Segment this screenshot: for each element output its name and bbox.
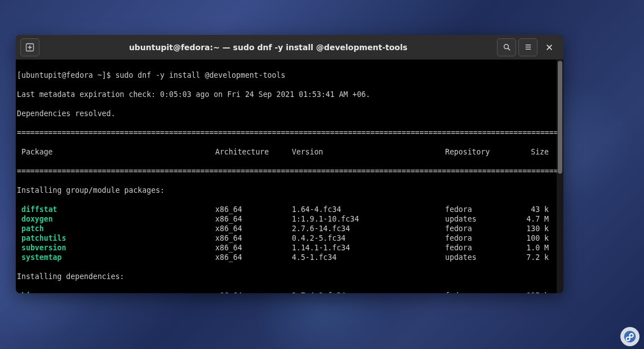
- package-repo: fedora: [445, 205, 517, 214]
- new-tab-button[interactable]: [20, 38, 39, 56]
- package-row: subversionx86_641.14.1-1.fc34fedora1.0 M: [16, 243, 563, 253]
- package-name: systemtap: [21, 253, 61, 262]
- package-repo: updates: [445, 214, 517, 224]
- header-repo: Repository: [445, 147, 517, 157]
- package-version: 1:1.9.1-10.fc34: [292, 214, 445, 224]
- package-row: doxygenx86_641:1.9.1-10.fc34updates4.7 M: [16, 214, 563, 224]
- prompt-line: [ubuntupit@fedora ~]$ sudo dnf -y instal…: [17, 71, 285, 79]
- header-row: PackageArchitectureVersionRepositorySize: [16, 147, 563, 157]
- search-button[interactable]: [497, 38, 516, 56]
- package-row: bisonx86_643.7.4-2.fc34fedora925 k: [16, 291, 563, 293]
- package-row: patchx86_642.7.6-14.fc34fedora130 k: [16, 224, 563, 233]
- divider-top: ========================================…: [16, 128, 563, 138]
- package-row: systemtapx86_644.5-1.fc34updates7.2 k: [16, 253, 563, 262]
- package-repo: fedora: [445, 233, 517, 243]
- svg-point-3: [504, 45, 508, 49]
- package-arch: x86_64: [215, 243, 292, 253]
- package-name: subversion: [21, 244, 66, 252]
- package-row: diffstatx86_641.64-4.fc34fedora43 k: [16, 205, 563, 214]
- header-arch: Architecture: [215, 147, 292, 157]
- package-version: 1.64-4.fc34: [292, 205, 445, 214]
- divider-mid: ========================================…: [16, 166, 563, 176]
- package-row: patchutilsx86_640.4.2-5.fc34fedora100 k: [16, 233, 563, 243]
- titlebar: ubuntupit@fedora:~ — sudo dnf -y install…: [16, 35, 563, 60]
- package-size: 4.7 M: [517, 214, 549, 224]
- package-version: 2.7.6-14.fc34: [292, 224, 445, 233]
- close-button[interactable]: [540, 38, 559, 56]
- package-size: 100 k: [517, 233, 549, 243]
- package-size: 925 k: [517, 291, 549, 293]
- meta-resolved: Dependencies resolved.: [16, 109, 563, 118]
- package-arch: x86_64: [215, 253, 292, 262]
- package-version: 3.7.4-2.fc34: [292, 291, 445, 293]
- package-version: 0.4.2-5.fc34: [292, 233, 445, 243]
- package-arch: x86_64: [215, 291, 292, 293]
- terminal-window: ubuntupit@fedora:~ — sudo dnf -y install…: [16, 35, 563, 293]
- package-version: 1.14.1-1.fc34: [292, 243, 445, 253]
- header-package: Package: [21, 147, 215, 157]
- menu-button[interactable]: [518, 38, 538, 56]
- package-name: bison: [21, 291, 44, 293]
- package-repo: fedora: [445, 224, 517, 233]
- scrollbar-track[interactable]: [557, 60, 563, 293]
- section-deps: Installing dependencies:: [16, 272, 563, 281]
- package-name: patchutils: [21, 234, 66, 242]
- package-arch: x86_64: [215, 205, 292, 214]
- window-title: ubuntupit@fedora:~ — sudo dnf -y install…: [41, 43, 496, 52]
- terminal-body[interactable]: [ubuntupit@fedora ~]$ sudo dnf -y instal…: [16, 60, 563, 293]
- package-repo: fedora: [445, 243, 517, 253]
- header-version: Version: [292, 147, 445, 157]
- header-size: Size: [517, 147, 549, 157]
- package-version: 4.5-1.fc34: [292, 253, 445, 262]
- section-group: Installing group/module packages:: [16, 185, 563, 195]
- package-repo: fedora: [445, 291, 517, 293]
- package-name: diffstat: [21, 205, 57, 214]
- svg-line-4: [508, 48, 510, 51]
- package-size: 1.0 M: [517, 243, 549, 253]
- package-arch: x86_64: [215, 214, 292, 224]
- package-name: doxygen: [21, 215, 53, 223]
- package-arch: x86_64: [215, 233, 292, 243]
- package-name: patch: [21, 224, 44, 233]
- package-arch: x86_64: [215, 224, 292, 233]
- package-repo: updates: [445, 253, 517, 262]
- scrollbar-thumb[interactable]: [558, 61, 562, 174]
- meta-lastcheck: Last metadata expiration check: 0:05:03 …: [16, 90, 563, 99]
- terminal-content: [ubuntupit@fedora ~]$ sudo dnf -y instal…: [16, 60, 563, 293]
- fedora-logo-icon: [620, 327, 639, 346]
- package-size: 7.2 k: [517, 253, 549, 262]
- package-size: 130 k: [517, 224, 549, 233]
- package-size: 43 k: [517, 205, 549, 214]
